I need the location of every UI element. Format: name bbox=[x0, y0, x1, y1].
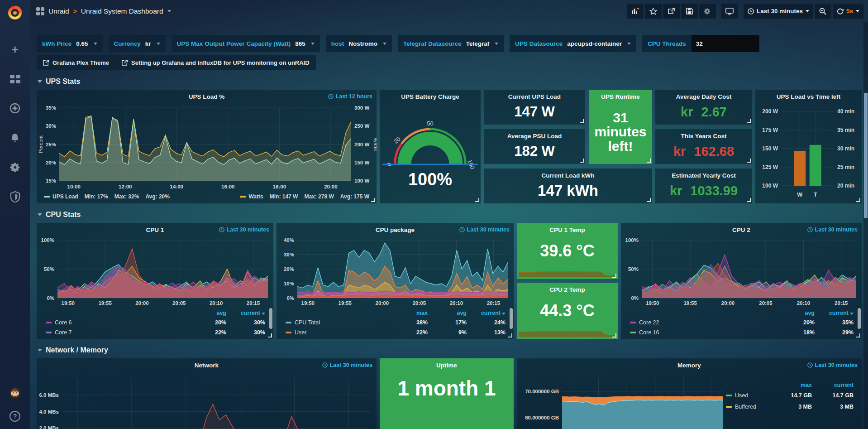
legend-item[interactable]: UPS Load Min: 17% Max: 32% Avg: 20% bbox=[44, 193, 170, 200]
time-range-badge[interactable]: Last 30 minutes bbox=[322, 362, 372, 368]
legend-series[interactable]: CPU Total bbox=[286, 319, 389, 326]
dashboards-icon[interactable] bbox=[9, 73, 21, 85]
var-value[interactable]: Telegraf bbox=[466, 40, 490, 47]
sort-max[interactable]: max bbox=[389, 310, 428, 316]
zoom-out-button[interactable] bbox=[815, 4, 831, 19]
panel-title[interactable]: Current UPS Load bbox=[484, 90, 585, 102]
section-cpu-stats[interactable]: CPU Stats bbox=[38, 211, 862, 219]
panel-title[interactable]: CPU 2 Temp bbox=[517, 283, 618, 295]
stat-value: 44.3 °C bbox=[540, 302, 594, 319]
panel-title[interactable]: Estimated Yearly Cost bbox=[655, 169, 752, 181]
legend-scrollbar[interactable] bbox=[510, 308, 513, 329]
time-range-picker[interactable]: Last 30 minutes bbox=[744, 4, 813, 19]
sort-current[interactable]: current bbox=[815, 310, 854, 316]
sort-avg[interactable]: avg bbox=[187, 310, 226, 316]
sort-current[interactable]: current bbox=[467, 310, 506, 316]
time-range-badge[interactable]: Last 30 minutes bbox=[807, 362, 858, 368]
server-admin-shield-icon[interactable] bbox=[9, 191, 21, 202]
cpu-temp-group: CPU 1 Temp 39.6 °C CPU 2 Temp 44.3 °C bbox=[517, 223, 618, 339]
svg-text:18:00: 18:00 bbox=[273, 184, 286, 189]
cpu-threads-input[interactable] bbox=[692, 35, 759, 52]
sort-avg[interactable]: avg bbox=[428, 310, 467, 316]
var-ups-datasource[interactable]: UPS Datasource apcupsd-container bbox=[510, 35, 636, 52]
legend-item[interactable]: Watts Min: 147 W Max: 278 W Avg: 175 W bbox=[240, 193, 369, 200]
sort-max[interactable]: max bbox=[770, 382, 812, 388]
panel-uptime: Uptime 1 month 1 bbox=[380, 358, 514, 429]
panel-title[interactable]: Current Load kWh bbox=[484, 169, 652, 181]
breadcrumb-folder[interactable]: Unraid bbox=[48, 7, 69, 15]
var-kwh-price[interactable]: kWh Price 0.65 bbox=[37, 35, 103, 52]
var-value[interactable]: 865 bbox=[295, 40, 305, 47]
sort-current[interactable]: current bbox=[226, 310, 265, 316]
panel-title[interactable]: This Years Cost bbox=[655, 129, 752, 142]
link-ups-monitoring-guide[interactable]: Setting up Grafana and InfluxDB for UPS … bbox=[115, 55, 316, 70]
star-button[interactable] bbox=[645, 4, 662, 19]
create-plus-icon[interactable]: + bbox=[9, 43, 21, 55]
time-range-badge[interactable]: Last 30 minutes bbox=[807, 227, 858, 233]
panel-title[interactable]: UPS Battery Charge bbox=[380, 90, 481, 102]
refresh-button[interactable]: 5s bbox=[833, 4, 863, 19]
panel-title[interactable]: Average Daily Cost bbox=[655, 90, 752, 102]
help-icon[interactable]: ? bbox=[10, 411, 20, 422]
panel-title[interactable]: Average PSU Load bbox=[484, 129, 585, 142]
alerting-bell-icon[interactable] bbox=[9, 132, 21, 144]
page-title[interactable]: Unraid System Dashboard bbox=[81, 7, 163, 15]
refresh-interval-label[interactable]: 5s bbox=[846, 8, 853, 14]
cpu-package-legend: maxavgcurrent CPU Total 38%17%24% User 2… bbox=[277, 307, 514, 337]
svg-text:100 W: 100 W bbox=[354, 178, 369, 183]
section-ups-stats[interactable]: UPS Stats bbox=[38, 77, 862, 86]
tv-kiosk-button[interactable] bbox=[721, 4, 738, 19]
page-scrollbar[interactable] bbox=[863, 22, 868, 429]
panel-title[interactable]: UPS Runtime bbox=[589, 90, 652, 102]
sort-avg[interactable]: avg bbox=[776, 310, 815, 316]
var-value[interactable]: 0.65 bbox=[76, 40, 88, 47]
var-ups-max-output[interactable]: UPS Max Output Power Capacity (Watt) 865 bbox=[172, 35, 320, 52]
panel-title[interactable]: CPU 1 Temp bbox=[517, 223, 618, 236]
legend-series[interactable]: Core 16 bbox=[630, 329, 776, 336]
save-button[interactable] bbox=[681, 4, 698, 19]
var-telegraf-datasource[interactable]: Telegraf Datasource Telegraf bbox=[398, 35, 504, 52]
link-grafana-plex-theme[interactable]: Grafana Plex Theme bbox=[37, 55, 115, 70]
user-avatar[interactable] bbox=[9, 387, 21, 399]
configuration-gear-icon[interactable] bbox=[9, 161, 21, 173]
panel-title[interactable]: Uptime bbox=[380, 358, 514, 371]
grafana-logo[interactable] bbox=[5, 4, 25, 22]
legend-series[interactable]: Core 6 bbox=[46, 319, 187, 326]
svg-text:30%: 30% bbox=[284, 252, 294, 257]
time-range-badge[interactable]: Last 30 minutes bbox=[219, 227, 269, 233]
dashboard-settings-button[interactable] bbox=[699, 4, 716, 19]
time-range-badge[interactable]: Last 12 hours bbox=[328, 93, 372, 100]
legend-series[interactable]: Core 22 bbox=[630, 319, 776, 326]
apps-grid-icon[interactable] bbox=[36, 7, 44, 15]
svg-text:150 W: 150 W bbox=[762, 145, 778, 152]
var-host[interactable]: host Nostromo bbox=[326, 35, 392, 52]
svg-text:50%: 50% bbox=[628, 266, 639, 272]
cpu1-legend: avgcurrent Core 6 20%30% Core 7 22%30% bbox=[37, 307, 273, 337]
time-range-label: Last 30 minutes bbox=[467, 227, 510, 233]
chevron-down-icon[interactable] bbox=[167, 10, 171, 12]
var-currency[interactable]: Currency kr bbox=[109, 35, 166, 52]
panel-title[interactable]: UPS Load % bbox=[37, 90, 377, 102]
var-value[interactable]: Nostromo bbox=[348, 40, 377, 47]
panel-title[interactable]: UPS Load vs Time left bbox=[755, 90, 862, 102]
var-value[interactable]: apcupsd-container bbox=[567, 40, 622, 47]
chevron-down-icon bbox=[806, 10, 809, 12]
clock-icon bbox=[459, 227, 465, 232]
var-value[interactable]: kr bbox=[145, 40, 151, 47]
chevron-down-icon bbox=[311, 43, 315, 45]
legend-scrollbar[interactable] bbox=[858, 308, 861, 329]
legend-series[interactable]: Used bbox=[726, 392, 770, 399]
sort-current[interactable]: current bbox=[812, 382, 854, 388]
share-button[interactable] bbox=[663, 4, 680, 19]
explore-compass-icon[interactable] bbox=[9, 102, 21, 114]
svg-text:50%: 50% bbox=[44, 266, 54, 272]
section-network-memory[interactable]: Network / Memory bbox=[38, 346, 862, 354]
legend-scrollbar[interactable] bbox=[269, 308, 272, 329]
legend-series[interactable]: User bbox=[286, 329, 389, 336]
legend-series[interactable]: Core 7 bbox=[46, 329, 187, 336]
legend-series[interactable]: Buffered bbox=[726, 404, 770, 410]
svg-text:40 min: 40 min bbox=[837, 108, 854, 115]
add-panel-button[interactable] bbox=[627, 4, 644, 19]
scrollbar-thumb[interactable] bbox=[864, 93, 868, 218]
time-range-badge[interactable]: Last 30 minutes bbox=[459, 227, 510, 233]
